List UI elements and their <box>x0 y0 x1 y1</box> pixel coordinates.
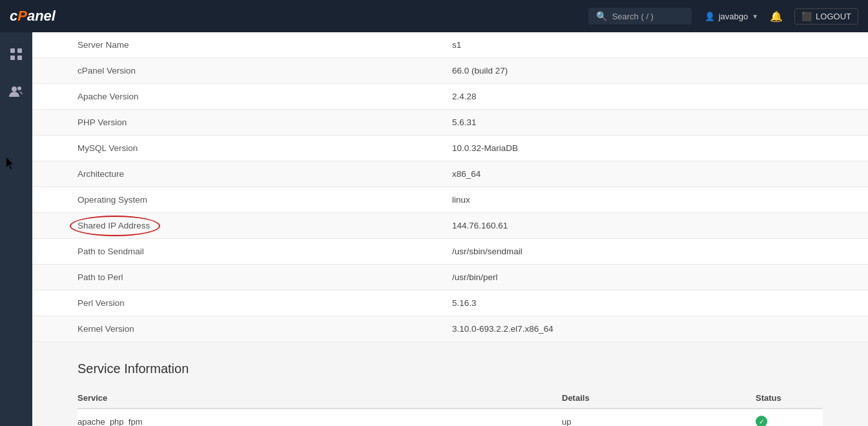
svg-rect-3 <box>17 56 22 60</box>
row-label: Perl Version <box>32 290 407 316</box>
sidebar-item-home[interactable] <box>4 42 28 66</box>
service-table-row: apache_php_fpmup✓ <box>78 409 823 426</box>
service-information-section: Service Information Service Details Stat… <box>32 342 868 426</box>
table-row: Path to Perl/usr/bin/perl <box>32 265 868 290</box>
row-label: Server Name <box>32 32 407 58</box>
table-row: PHP Version5.6.31 <box>32 110 868 136</box>
row-value: 2.4.28 <box>407 84 868 110</box>
table-row: Architecturex86_64 <box>32 161 868 187</box>
row-label: Operating System <box>32 187 407 213</box>
search-icon: 🔍 <box>596 11 607 21</box>
svg-point-5 <box>17 86 21 90</box>
sidebar-item-users[interactable] <box>4 79 28 104</box>
logout-icon: ⬛ <box>801 12 812 21</box>
row-label: PHP Version <box>32 110 407 136</box>
row-value: 5.16.3 <box>407 290 868 316</box>
row-value: linux <box>407 187 868 213</box>
row-value: /usr/sbin/sendmail <box>407 239 868 265</box>
row-label: Apache Version <box>32 84 407 110</box>
row-value: 5.6.31 <box>407 110 868 136</box>
row-label: Kernel Version <box>32 316 407 342</box>
row-value: 10.0.32-MariaDB <box>407 136 868 161</box>
user-menu[interactable]: 👤 javabgo ▼ <box>705 12 758 21</box>
row-value: 66.0 (build 27) <box>407 58 868 84</box>
table-row: Apache Version2.4.28 <box>32 84 868 110</box>
status-ok-icon: ✓ <box>756 416 767 426</box>
service-table-header: Service Details Status <box>78 388 823 409</box>
top-navigation: cPanel 🔍 Search ( / ) 👤 javabgo ▼ 🔔 ⬛ LO… <box>0 0 868 32</box>
row-label: Path to Sendmail <box>32 239 407 265</box>
col-details: Details <box>562 388 756 409</box>
username-label: javabgo <box>719 12 749 21</box>
table-row: Shared IP Address144.76.160.61 <box>32 213 868 239</box>
service-table: Service Details Status apache_php_fpmup✓ <box>78 388 823 426</box>
row-label: Architecture <box>32 161 407 187</box>
row-label: cPanel Version <box>32 58 407 84</box>
table-row: Kernel Version3.10.0-693.2.2.el7.x86_64 <box>32 316 868 342</box>
table-row: MySQL Version10.0.32-MariaDB <box>32 136 868 161</box>
col-service: Service <box>78 388 562 409</box>
service-details: up <box>562 409 756 426</box>
search-bar[interactable]: 🔍 Search ( / ) <box>588 8 692 25</box>
row-value: x86_64 <box>407 161 868 187</box>
main-content: Server Names1cPanel Version66.0 (build 2… <box>32 32 868 426</box>
col-status: Status <box>756 388 823 409</box>
highlight-circle <box>70 216 160 236</box>
table-row: Server Names1 <box>32 32 868 58</box>
svg-rect-0 <box>10 48 15 53</box>
service-section-title: Service Information <box>78 361 823 376</box>
svg-rect-1 <box>17 48 22 53</box>
row-label: Shared IP Address <box>32 213 407 239</box>
user-icon: 👤 <box>705 12 715 21</box>
row-value: s1 <box>407 32 868 58</box>
row-value: /usr/bin/perl <box>407 265 868 290</box>
svg-rect-2 <box>10 56 15 60</box>
cpanel-logo: cPanel <box>10 8 56 25</box>
row-label: MySQL Version <box>32 136 407 161</box>
server-info-table: Server Names1cPanel Version66.0 (build 2… <box>32 32 868 342</box>
search-placeholder: Search ( / ) <box>612 12 654 21</box>
logout-label: LOGOUT <box>816 12 851 21</box>
svg-point-4 <box>12 86 17 92</box>
row-label: Path to Perl <box>32 265 407 290</box>
table-row: Operating Systemlinux <box>32 187 868 213</box>
row-value: 144.76.160.61 <box>407 213 868 239</box>
chevron-down-icon: ▼ <box>752 13 758 20</box>
notifications-bell[interactable]: 🔔 <box>770 10 783 23</box>
table-row: Path to Sendmail/usr/sbin/sendmail <box>32 239 868 265</box>
service-status: ✓ <box>756 409 823 426</box>
service-name: apache_php_fpm <box>78 409 562 426</box>
logout-button[interactable]: ⬛ LOGOUT <box>794 8 858 25</box>
sidebar <box>0 32 32 426</box>
row-value: 3.10.0-693.2.2.el7.x86_64 <box>407 316 868 342</box>
table-row: Perl Version5.16.3 <box>32 290 868 316</box>
table-row: cPanel Version66.0 (build 27) <box>32 58 868 84</box>
